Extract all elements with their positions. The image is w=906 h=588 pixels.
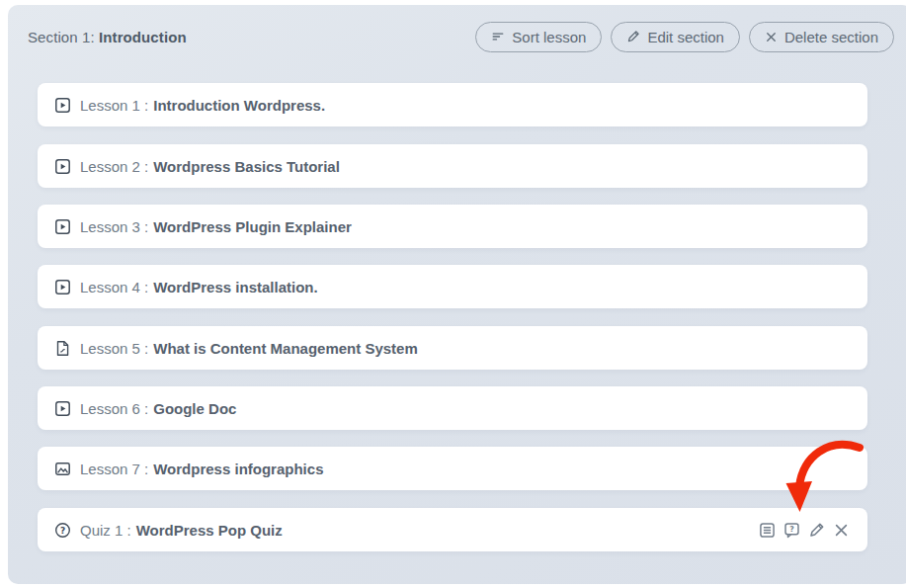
lesson-row-1[interactable]: Lesson 1 : Introduction Wordpress.: [38, 83, 867, 126]
video-icon: [54, 279, 71, 295]
section-panel: Section 1: Introduction Sort lesson Edit…: [8, 5, 906, 584]
video-icon: [54, 218, 71, 235]
quiz-list-icon[interactable]: [759, 522, 776, 539]
image-icon: [54, 461, 71, 477]
video-icon: [54, 158, 71, 175]
sort-icon: [491, 30, 505, 43]
section-label: Section 1:: [28, 29, 95, 45]
question-circle-icon: ?: [54, 522, 71, 539]
lesson-row-6[interactable]: Lesson 6 : Google Doc: [38, 386, 867, 430]
pdf-file-icon: [54, 340, 71, 357]
sort-lesson-label: Sort lesson: [512, 29, 586, 45]
lesson-prefix: Lesson 4 :: [80, 279, 148, 295]
edit-section-button[interactable]: Edit section: [611, 22, 740, 52]
edit-section-label: Edit section: [647, 29, 724, 45]
lesson-title: What is Content Management System: [153, 340, 418, 357]
lesson-prefix: Lesson 6 :: [80, 400, 148, 417]
delete-section-button[interactable]: Delete section: [749, 22, 894, 52]
lesson-title: Wordpress Basics Tutorial: [153, 158, 340, 175]
lesson-row-5[interactable]: Lesson 5 : What is Content Management Sy…: [38, 326, 867, 370]
lesson-title: WordPress Plugin Explainer: [153, 218, 352, 235]
quiz-title: WordPress Pop Quiz: [136, 522, 283, 539]
delete-section-label: Delete section: [784, 29, 878, 45]
quiz-actions: ?: [759, 522, 850, 539]
lesson-title: Google Doc: [153, 400, 236, 417]
svg-text:?: ?: [60, 525, 65, 535]
lesson-title: Introduction Wordpress.: [153, 97, 325, 114]
x-icon: [765, 31, 778, 43]
course-builder-page: Section 1: Introduction Sort lesson Edit…: [0, 0, 906, 588]
lesson-prefix: Lesson 7 :: [80, 461, 148, 477]
quiz-row[interactable]: ? Quiz 1 : WordPress Pop Quiz ?: [38, 508, 867, 551]
lesson-row-4[interactable]: Lesson 4 : WordPress installation.: [38, 265, 867, 308]
lesson-title: WordPress installation.: [153, 279, 317, 295]
quiz-question-bubble-icon[interactable]: ?: [783, 522, 800, 539]
section-header: Section 1: Introduction Sort lesson Edit…: [28, 16, 894, 57]
section-toolbar: Sort lesson Edit section Delete section: [475, 22, 894, 52]
lesson-prefix: Lesson 2 :: [80, 158, 148, 175]
lesson-prefix: Lesson 1 :: [80, 97, 148, 114]
lesson-title: Wordpress infographics: [153, 461, 323, 477]
lesson-row-3[interactable]: Lesson 3 : WordPress Plugin Explainer: [38, 205, 867, 248]
lesson-prefix: Lesson 5 :: [80, 340, 148, 357]
edit-quiz-icon[interactable]: [808, 522, 825, 539]
delete-quiz-icon[interactable]: [833, 522, 850, 539]
lesson-row-7[interactable]: Lesson 7 : Wordpress infographics: [38, 447, 867, 490]
quiz-prefix: Quiz 1 :: [80, 522, 131, 539]
section-name: Introduction: [99, 29, 187, 45]
video-icon: [54, 400, 71, 417]
section-title: Section 1: Introduction: [28, 29, 187, 45]
video-icon: [54, 97, 71, 114]
sort-lesson-button[interactable]: Sort lesson: [475, 22, 602, 52]
lesson-prefix: Lesson 3 :: [80, 218, 148, 235]
lesson-row-2[interactable]: Lesson 2 : Wordpress Basics Tutorial: [38, 144, 867, 188]
pencil-icon: [626, 30, 640, 43]
svg-text:?: ?: [789, 525, 794, 534]
